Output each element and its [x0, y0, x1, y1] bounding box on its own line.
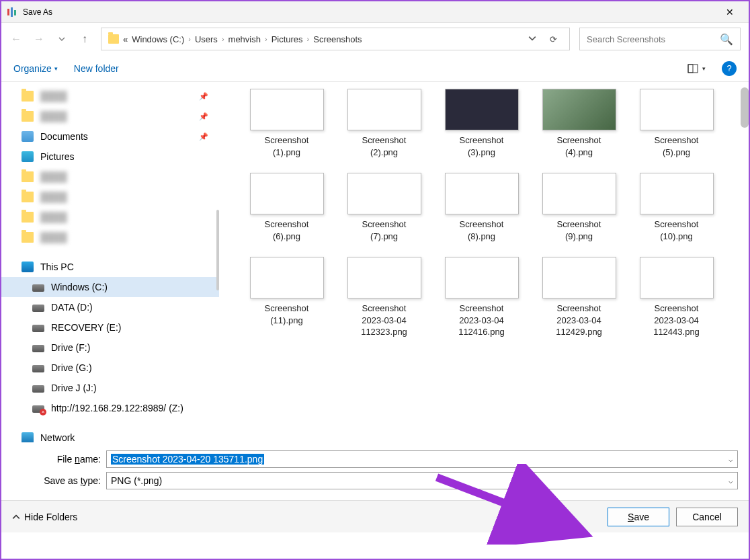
file-name: Screenshot(10).png [655, 218, 699, 242]
drive-icon [32, 405, 44, 413]
sidebar-item[interactable]: ████ [1, 227, 219, 247]
thumbnail [445, 257, 519, 298]
svg-rect-2 [14, 10, 16, 15]
hide-folders-button[interactable]: Hide Folders [12, 512, 77, 522]
folder-icon [108, 34, 119, 44]
file-item[interactable]: Screenshot2023-03-04112429.png [530, 257, 628, 338]
file-item[interactable]: Screenshot2023-03-04112443.png [628, 257, 725, 338]
nav-bar: ← → ↑ « Windows (C:) › Users › mehvish ›… [1, 23, 749, 55]
chevron-down-icon: ▾ [54, 65, 58, 72]
new-folder-button[interactable]: New folder [74, 63, 119, 74]
breadcrumb-item[interactable]: Users [195, 34, 218, 44]
file-name: Screenshot(6).png [265, 218, 309, 242]
recent-dropdown[interactable] [55, 32, 69, 46]
sidebar-item[interactable]: ████ [1, 187, 219, 207]
chevron-right-icon: › [307, 35, 310, 43]
svg-rect-4 [688, 65, 693, 73]
close-button[interactable]: ✕ [716, 7, 743, 17]
address-bar[interactable]: « Windows (C:) › Users › mehvish › Pictu… [101, 28, 570, 50]
thumbnail [640, 173, 714, 214]
app-icon [7, 7, 17, 17]
thumbnail [250, 257, 324, 298]
main-area: ████📌 ████📌 Documents📌 Pictures ████ ███… [1, 82, 749, 442]
address-dropdown[interactable] [524, 34, 540, 44]
file-item[interactable]: Screenshot(4).png [530, 89, 628, 158]
file-item[interactable]: Screenshot(11).png [238, 257, 335, 338]
breadcrumb-prefix: « [123, 34, 128, 44]
chevron-down-icon[interactable]: ⌵ [728, 455, 733, 464]
sidebar-item-documents[interactable]: Documents📌 [1, 126, 219, 147]
sidebar-item-this-pc[interactable]: This PC [1, 257, 219, 277]
search-input[interactable] [587, 34, 720, 44]
sidebar-item-drive[interactable]: http://192.168.29.122:8989/ (Z:) [1, 398, 219, 418]
file-item[interactable]: Screenshot(1).png [238, 89, 335, 158]
sidebar-item-network[interactable]: Network [1, 428, 219, 442]
forward-button[interactable]: → [32, 32, 46, 46]
file-name: Screenshot(8).png [460, 218, 504, 242]
pc-icon [22, 262, 34, 272]
breadcrumb-item[interactable]: Windows (C:) [132, 34, 184, 44]
sidebar-item-pictures[interactable]: Pictures [1, 147, 219, 167]
file-item[interactable]: Screenshot2023-03-04112416.png [433, 257, 530, 338]
help-button[interactable]: ? [722, 61, 737, 76]
save-type-select[interactable]: PNG (*.png) ⌵ [106, 472, 738, 489]
chevron-up-icon [12, 513, 20, 521]
file-name-input[interactable]: Screenshot 2023-04-20 135711.png ⌵ [106, 450, 738, 468]
file-list: Screenshot(1).pngScreenshot(2).pngScreen… [219, 82, 749, 442]
thumbnail [347, 173, 421, 214]
file-item[interactable]: Screenshot(9).png [530, 173, 628, 242]
refresh-button[interactable]: ⟳ [544, 34, 562, 44]
dialog-footer: Hide Folders Save Cancel [1, 500, 749, 532]
toolbar: Organize ▾ New folder ▾ ? [1, 55, 749, 82]
file-item[interactable]: Screenshot2023-03-04112323.png [335, 257, 433, 338]
file-name: Screenshot(4).png [557, 134, 601, 158]
chevron-right-icon: › [222, 35, 224, 43]
sidebar-item-drive[interactable]: Drive J (J:) [1, 378, 219, 398]
pictures-icon [22, 151, 34, 162]
up-button[interactable]: ↑ [78, 32, 91, 46]
save-button[interactable]: Save [608, 508, 669, 526]
title-bar: Save As ✕ [1, 1, 749, 23]
sidebar-item[interactable]: ████ [1, 207, 219, 227]
sidebar-item-drive[interactable]: DATA (D:) [1, 297, 219, 317]
sidebar-item-drive[interactable]: Drive (G:) [1, 358, 219, 378]
window-title: Save As [23, 7, 716, 17]
thumbnail [347, 89, 421, 130]
drive-icon [32, 345, 44, 352]
thumbnail [640, 257, 714, 298]
drive-icon [32, 365, 44, 372]
file-item[interactable]: Screenshot(2).png [335, 89, 433, 158]
sidebar-item[interactable]: ████📌 [1, 86, 219, 106]
sidebar-item-drive[interactable]: RECOVERY (E:) [1, 317, 219, 337]
pin-icon: 📌 [199, 112, 208, 121]
file-item[interactable]: Screenshot(8).png [433, 173, 530, 242]
sidebar-item[interactable]: ████ [1, 167, 219, 187]
sidebar-item-drive[interactable]: Drive (F:) [1, 337, 219, 358]
thumbnail [445, 89, 519, 130]
file-name-label: File name: [12, 454, 106, 465]
organize-button[interactable]: Organize ▾ [13, 63, 58, 74]
back-button[interactable]: ← [9, 32, 23, 46]
chevron-down-icon[interactable]: ⌵ [728, 477, 733, 485]
file-item[interactable]: Screenshot(7).png [335, 173, 433, 242]
breadcrumb-item[interactable]: mehvish [228, 34, 261, 44]
network-icon [22, 432, 34, 442]
documents-icon [22, 131, 34, 142]
breadcrumb-item[interactable]: Screenshots [313, 34, 362, 44]
file-item[interactable]: Screenshot(3).png [433, 89, 530, 158]
file-item[interactable]: Screenshot(5).png [628, 89, 725, 158]
file-item[interactable]: Screenshot(6).png [238, 173, 335, 242]
svg-rect-0 [7, 9, 9, 15]
thumbnail [542, 173, 616, 214]
scrollbar-thumb[interactable] [741, 87, 749, 128]
file-item[interactable]: Screenshot(10).png [628, 173, 725, 242]
sidebar-item[interactable]: ████📌 [1, 106, 219, 126]
breadcrumb-item[interactable]: Pictures [272, 34, 303, 44]
cancel-button[interactable]: Cancel [676, 508, 738, 526]
chevron-down-icon: ▾ [702, 65, 706, 72]
search-box[interactable]: 🔍 [579, 28, 741, 50]
thumbnail [640, 89, 714, 130]
sidebar-item-drive[interactable]: Windows (C:) [1, 277, 219, 297]
view-options-button[interactable]: ▾ [688, 64, 706, 73]
file-name: Screenshot2023-03-04112323.png [361, 303, 407, 338]
